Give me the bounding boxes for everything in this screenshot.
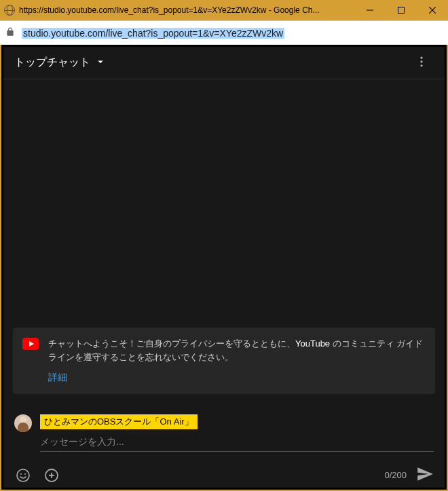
- svg-point-4: [420, 56, 422, 58]
- close-button[interactable]: [417, 0, 448, 20]
- youtube-icon: [22, 338, 39, 350]
- more-options-button[interactable]: [409, 50, 434, 77]
- send-button[interactable]: [416, 465, 434, 485]
- svg-point-8: [20, 473, 22, 475]
- url-text[interactable]: studio.youtube.com/live_chat?is_popout=1…: [22, 28, 284, 39]
- lock-icon[interactable]: [5, 27, 15, 39]
- window-titlebar: https://studio.youtube.com/live_chat?is_…: [0, 0, 448, 20]
- user-badge: ひとみマンのOBSスクール「On Air」: [40, 414, 198, 429]
- add-button[interactable]: [43, 467, 60, 484]
- svg-point-6: [420, 64, 422, 66]
- chat-mode-selector[interactable]: トップチャット: [14, 56, 107, 71]
- svg-rect-1: [398, 7, 405, 14]
- minimize-button[interactable]: [354, 0, 386, 20]
- window-buttons: [354, 0, 448, 20]
- chat-inner: トップチャット チャットへようこそ！ご自身のプライバシーを守るとともに、YouT…: [3, 47, 445, 488]
- window-title: https://studio.youtube.com/live_chat?is_…: [19, 5, 354, 15]
- svg-point-9: [24, 473, 26, 475]
- emoji-button[interactable]: [14, 467, 32, 484]
- avatar[interactable]: [14, 414, 32, 432]
- chat-mode-label: トップチャット: [14, 56, 90, 70]
- globe-icon: [4, 5, 15, 16]
- chevron-down-icon: [94, 56, 107, 71]
- chat-header: トップチャット: [3, 47, 445, 79]
- composer: ひとみマンのOBSスクール「On Air」: [3, 408, 445, 460]
- details-link[interactable]: 詳細: [48, 370, 67, 385]
- welcome-text-before: チャットへようこそ！ご自身のプライバシーを守るとともに、: [48, 338, 295, 349]
- maximize-button[interactable]: [386, 0, 417, 20]
- svg-point-7: [17, 469, 29, 482]
- welcome-card: チャットへようこそ！ご自身のプライバシーを守るとともに、YouTube のコミュ…: [13, 328, 435, 394]
- char-counter: 0/200: [384, 470, 407, 480]
- message-input[interactable]: [40, 433, 434, 452]
- welcome-text-strong: YouTube: [295, 338, 330, 349]
- welcome-text: チャットへようこそ！ご自身のプライバシーを守るとともに、YouTube のコミュ…: [48, 337, 426, 385]
- messages-area: チャットへようこそ！ご自身のプライバシーを守るとともに、YouTube のコミュ…: [3, 79, 445, 408]
- chat-window: トップチャット チャットへようこそ！ご自身のプライバシーを守るとともに、YouT…: [0, 45, 448, 491]
- svg-point-5: [420, 60, 422, 62]
- composer-toolbar: 0/200: [3, 460, 445, 488]
- address-bar: studio.youtube.com/live_chat?is_popout=1…: [0, 20, 448, 45]
